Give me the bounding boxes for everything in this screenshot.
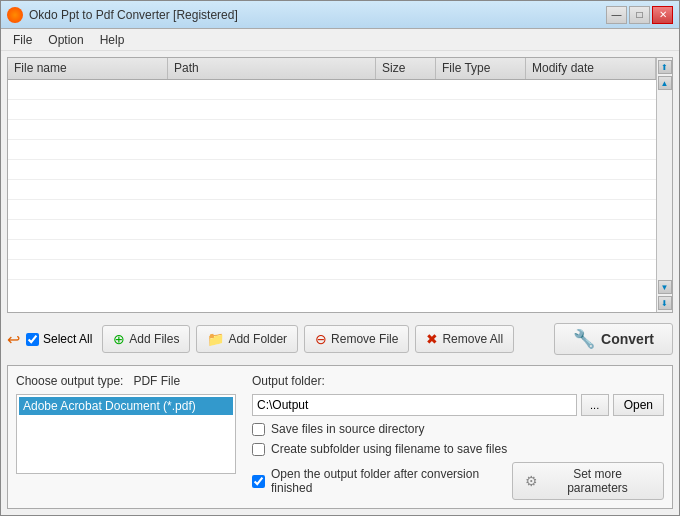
scroll-bottom-button[interactable]: ⬇: [658, 296, 672, 310]
open-output-checkbox[interactable]: [252, 475, 265, 488]
scrollbar[interactable]: ⬆ ▲ ▼ ⬇: [656, 58, 672, 312]
select-all-checkbox[interactable]: [26, 333, 39, 346]
output-type-list[interactable]: Adobe Acrobat Document (*.pdf): [16, 394, 236, 474]
title-bar-left: Okdo Ppt to Pdf Converter [Registered]: [7, 7, 238, 23]
file-table-area: File name Path Size File Type Modify dat…: [7, 57, 673, 313]
remove-all-label: Remove All: [442, 332, 503, 346]
open-button[interactable]: Open: [613, 394, 664, 416]
remove-file-button[interactable]: ⊖ Remove File: [304, 325, 409, 353]
menu-help[interactable]: Help: [92, 31, 133, 49]
create-subfolder-label: Create subfolder using filename to save …: [271, 442, 507, 456]
remove-all-icon: ✖: [426, 331, 438, 347]
output-folder-section: Output folder: ... Open Save files in so…: [252, 374, 664, 500]
add-folder-button[interactable]: 📁 Add Folder: [196, 325, 298, 353]
output-type-item-pdf[interactable]: Adobe Acrobat Document (*.pdf): [19, 397, 233, 415]
add-folder-icon: 📁: [207, 331, 224, 347]
close-button[interactable]: ✕: [652, 6, 673, 24]
app-icon: [7, 7, 23, 23]
window-title: Okdo Ppt to Pdf Converter [Registered]: [29, 8, 238, 22]
output-folder-row: ... Open: [252, 394, 664, 416]
col-header-filename: File name: [8, 58, 168, 79]
table-row: [8, 100, 656, 120]
main-window: Okdo Ppt to Pdf Converter [Registered] —…: [0, 0, 680, 516]
add-files-button[interactable]: ⊕ Add Files: [102, 325, 190, 353]
menu-bar: File Option Help: [1, 29, 679, 51]
scroll-up-button[interactable]: ▲: [658, 76, 672, 90]
table-row: [8, 200, 656, 220]
title-buttons: — □ ✕: [606, 6, 673, 24]
add-files-icon: ⊕: [113, 331, 125, 347]
create-subfolder-checkbox[interactable]: [252, 443, 265, 456]
open-output-label: Open the output folder after conversion …: [271, 467, 512, 495]
open-output-row: Open the output folder after conversion …: [252, 467, 512, 495]
select-all-label: Select All: [43, 332, 92, 346]
output-folder-label: Output folder:: [252, 374, 664, 388]
set-more-params-label: Set more parameters: [544, 467, 651, 495]
browse-button[interactable]: ...: [581, 394, 609, 416]
remove-file-icon: ⊖: [315, 331, 327, 347]
convert-button[interactable]: 🔧 Convert: [554, 323, 673, 355]
col-header-path: Path: [168, 58, 376, 79]
table-row: [8, 220, 656, 240]
table-row: [8, 120, 656, 140]
menu-file[interactable]: File: [5, 31, 40, 49]
table-row: [8, 160, 656, 180]
add-folder-label: Add Folder: [228, 332, 287, 346]
table-body: [8, 80, 656, 312]
add-files-label: Add Files: [129, 332, 179, 346]
minimize-button[interactable]: —: [606, 6, 627, 24]
scroll-down-button[interactable]: ▼: [658, 280, 672, 294]
save-source-label: Save files in source directory: [271, 422, 424, 436]
toolbar: ↩ Select All ⊕ Add Files 📁 Add Folder ⊖ …: [7, 319, 673, 359]
convert-icon: 🔧: [573, 328, 595, 350]
bottom-panel: Choose output type: PDF File Adobe Acrob…: [7, 365, 673, 509]
table-row: [8, 240, 656, 260]
save-source-checkbox[interactable]: [252, 423, 265, 436]
title-bar: Okdo Ppt to Pdf Converter [Registered] —…: [1, 1, 679, 29]
col-header-filetype: File Type: [436, 58, 526, 79]
table-header: File name Path Size File Type Modify dat…: [8, 58, 656, 80]
create-subfolder-row: Create subfolder using filename to save …: [252, 442, 664, 456]
maximize-button[interactable]: □: [629, 6, 650, 24]
save-source-row: Save files in source directory: [252, 422, 664, 436]
scroll-top-button[interactable]: ⬆: [658, 60, 672, 74]
set-more-params-button[interactable]: ⚙ Set more parameters: [512, 462, 664, 500]
output-type-value: PDF File: [133, 374, 180, 388]
output-folder-input[interactable]: [252, 394, 577, 416]
menu-option[interactable]: Option: [40, 31, 91, 49]
output-type-label: Choose output type: PDF File: [16, 374, 236, 388]
gear-icon: ⚙: [525, 473, 538, 489]
main-content: File name Path Size File Type Modify dat…: [1, 51, 679, 515]
select-all-area: Select All: [26, 332, 92, 346]
col-header-modifydate: Modify date: [526, 58, 656, 79]
table-container: File name Path Size File Type Modify dat…: [8, 58, 656, 312]
output-type-section: Choose output type: PDF File Adobe Acrob…: [16, 374, 236, 500]
convert-label: Convert: [601, 331, 654, 347]
table-row: [8, 180, 656, 200]
remove-file-label: Remove File: [331, 332, 398, 346]
remove-all-button[interactable]: ✖ Remove All: [415, 325, 514, 353]
col-header-size: Size: [376, 58, 436, 79]
table-row: [8, 80, 656, 100]
table-row: [8, 140, 656, 160]
arrow-icon: ↩: [7, 330, 20, 349]
table-row: [8, 260, 656, 280]
